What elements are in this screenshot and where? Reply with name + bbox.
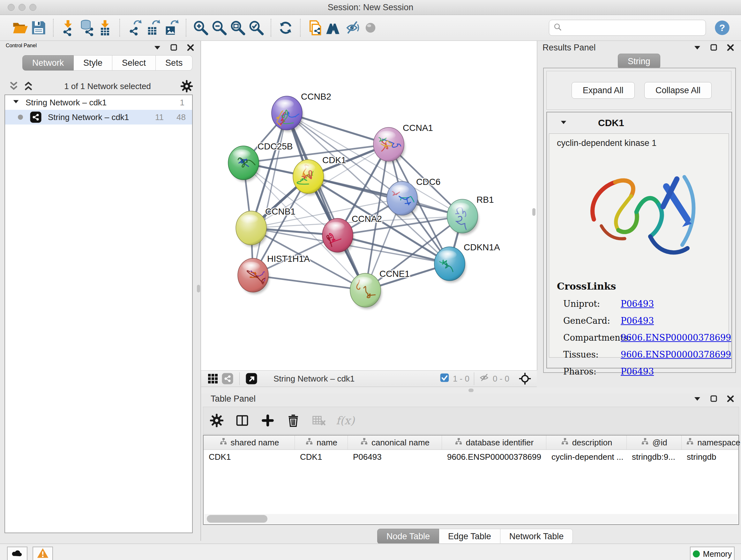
- panel-menu-icon[interactable]: [153, 44, 161, 53]
- graph-node-CCNA1[interactable]: [373, 127, 405, 163]
- table-cell[interactable]: stringdb: [682, 450, 741, 464]
- expand-all-networks-icon[interactable]: [21, 79, 36, 94]
- search-input[interactable]: [565, 23, 702, 33]
- network-row[interactable]: String Network – cdk1 11 48: [5, 110, 192, 125]
- graph-node-RB1[interactable]: [447, 199, 479, 235]
- close-panel-icon[interactable]: [726, 395, 735, 404]
- tab-network-table[interactable]: Network Table: [500, 529, 573, 544]
- crosslink-link[interactable]: P06493: [621, 316, 654, 326]
- fit-selected-crosshair-icon[interactable]: [518, 371, 532, 386]
- cloud-button[interactable]: [7, 547, 27, 560]
- zoom-fit-icon[interactable]: [228, 18, 247, 37]
- presentation-mode-icon[interactable]: [361, 18, 380, 37]
- expand-all-button[interactable]: Expand All: [571, 82, 635, 99]
- close-window-button[interactable]: [8, 4, 15, 11]
- graph-node-CDK1[interactable]: [293, 160, 325, 195]
- grid-view-icon[interactable]: [205, 371, 220, 386]
- selected-checkbox-icon[interactable]: [440, 373, 450, 385]
- column-header--id[interactable]: @id: [627, 435, 682, 449]
- network-canvas[interactable]: CCNB2CCNA1CDC25BCDK1CDC6RB1CCNB1CCNA2CDK…: [201, 41, 537, 370]
- share-view-icon[interactable]: [220, 371, 235, 386]
- table-cell[interactable]: stringdb:9...: [627, 450, 682, 464]
- export-image-icon[interactable]: [162, 18, 181, 37]
- graphics-details-icon[interactable]: [343, 18, 361, 37]
- column-header-database-identifier[interactable]: database identifier: [442, 435, 546, 449]
- clone-network-icon[interactable]: [306, 18, 324, 37]
- graph-edge-HIST1H1A-CCNE1[interactable]: [253, 275, 365, 290]
- table-cell[interactable]: CDK1: [204, 450, 295, 464]
- table-cell[interactable]: cyclin-dependent ...: [546, 450, 627, 464]
- network-collection-row[interactable]: String Network – cdk1 1: [5, 95, 192, 110]
- tab-style[interactable]: Style: [74, 55, 112, 71]
- panel-menu-icon[interactable]: [693, 44, 701, 53]
- refresh-view-icon[interactable]: [276, 18, 295, 37]
- table-h-scrollbar[interactable]: [204, 514, 738, 523]
- minimize-window-button[interactable]: [18, 4, 25, 11]
- add-column-icon[interactable]: [259, 412, 276, 429]
- zoom-in-icon[interactable]: [192, 18, 210, 37]
- warning-icon: [37, 547, 49, 560]
- graph-node-CCNE1[interactable]: [350, 273, 382, 309]
- table-row[interactable]: CDK1CDK1P064939606.ENSP00000378699cyclin…: [204, 450, 738, 464]
- table-cell[interactable]: P06493: [348, 450, 442, 464]
- graph-node-CCNA2[interactable]: [322, 219, 354, 254]
- delete-column-icon[interactable]: [285, 412, 301, 429]
- crosslink-link[interactable]: 9606.ENSP00000378699: [621, 350, 731, 360]
- horizontal-splitter[interactable]: [201, 387, 741, 393]
- network-options-gear-icon[interactable]: [179, 79, 194, 94]
- column-header-canonical-name[interactable]: canonical name: [348, 435, 442, 449]
- graph-node-HIST1H1A[interactable]: [238, 258, 269, 294]
- float-panel-icon[interactable]: [710, 395, 718, 404]
- detach-view-icon[interactable]: [244, 371, 259, 386]
- show-columns-icon[interactable]: [234, 412, 251, 429]
- hidden-eye-icon[interactable]: [479, 372, 489, 385]
- help-icon[interactable]: ?: [713, 18, 731, 37]
- tab-network[interactable]: Network: [22, 55, 74, 71]
- splitter-handle[interactable]: [197, 285, 200, 293]
- zoom-window-button[interactable]: [29, 4, 37, 11]
- collapse-section-icon[interactable]: [560, 118, 567, 127]
- graph-node-CDC6[interactable]: [386, 181, 418, 217]
- zoom-selected-icon[interactable]: [247, 18, 266, 37]
- table-cell[interactable]: CDK1: [295, 450, 348, 464]
- column-header-shared-name[interactable]: shared name: [204, 435, 295, 449]
- export-network-icon[interactable]: [125, 18, 144, 37]
- splitter-handle[interactable]: [532, 208, 536, 216]
- graph-node-CCNB2[interactable]: [272, 96, 303, 132]
- memory-button[interactable]: Memory: [690, 547, 735, 560]
- tab-node-table[interactable]: Node Table: [377, 529, 439, 544]
- tab-select[interactable]: Select: [112, 55, 156, 71]
- crosslink-link[interactable]: 9606.ENSP00000378699: [621, 333, 731, 343]
- column-header-namespace[interactable]: namespace: [682, 435, 741, 449]
- float-panel-icon[interactable]: [710, 44, 718, 53]
- panel-menu-icon[interactable]: [693, 395, 701, 404]
- export-table-icon[interactable]: [144, 18, 162, 37]
- open-session-icon[interactable]: [11, 18, 29, 37]
- warnings-button[interactable]: [32, 547, 53, 560]
- column-header-description[interactable]: description: [546, 435, 627, 449]
- close-panel-icon[interactable]: [186, 44, 195, 53]
- collapse-all-button[interactable]: Collapse All: [644, 82, 712, 99]
- graph-node-CDC25B[interactable]: [228, 146, 260, 182]
- table-cell[interactable]: 9606.ENSP00000378699: [442, 450, 546, 464]
- crosslink-link[interactable]: P06493: [621, 367, 654, 376]
- graph-node-CDKN1A[interactable]: [434, 247, 466, 283]
- column-header-name[interactable]: name: [295, 435, 348, 449]
- tab-edge-table[interactable]: Edge Table: [439, 529, 500, 544]
- tab-sets[interactable]: Sets: [156, 55, 192, 71]
- birds-eye-view-icon[interactable]: [324, 18, 343, 37]
- import-network-database-icon[interactable]: [77, 18, 96, 37]
- float-panel-icon[interactable]: [170, 44, 178, 53]
- import-table-file-icon[interactable]: [96, 18, 114, 37]
- zoom-out-icon[interactable]: [210, 18, 228, 37]
- graph-edge-CCNB2-HIST1H1A[interactable]: [253, 113, 287, 275]
- collapse-all-networks-icon[interactable]: [6, 79, 21, 94]
- table-settings-gear-icon[interactable]: [208, 412, 225, 429]
- tab-string[interactable]: String: [618, 54, 660, 69]
- search-box[interactable]: [549, 20, 706, 36]
- collapse-caret-icon[interactable]: [12, 98, 20, 108]
- save-session-icon[interactable]: [29, 18, 48, 37]
- crosslink-link[interactable]: P06493: [621, 299, 654, 309]
- import-network-file-icon[interactable]: [59, 18, 77, 37]
- close-panel-icon[interactable]: [726, 44, 735, 53]
